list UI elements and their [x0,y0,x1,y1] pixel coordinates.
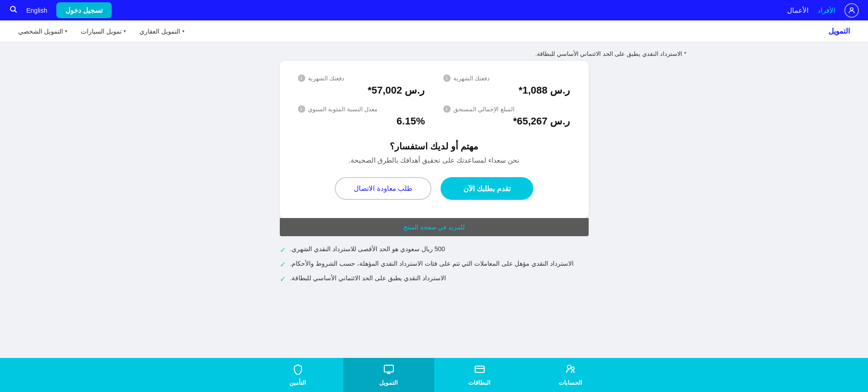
checklist-text-1: الاسترداد النقدي مؤهل على المعاملات التي… [290,260,574,267]
tab-cards[interactable]: البطاقات [434,358,525,392]
svg-point-3 [567,365,571,369]
metric-value-1: ر.س 57,002* [298,84,425,96]
subnav-personal-label: التمويل الشخصي [18,28,63,35]
metric-label-2: المبلغ الإجمالي المستحق i [443,105,570,113]
metric-monthly-payment-1: دفعتك الشهرية i ر.س 1,088* [443,74,570,96]
checklist-item-1: الاسترداد النقدي مؤهل على المعاملات التي… [280,260,589,269]
info-icon-2[interactable]: i [443,105,451,113]
tab-finance-label: التمويل [379,379,398,386]
arrow-icon: ▾ [182,29,184,34]
metric-value-0: ر.س 1,088* [443,84,570,96]
svg-point-4 [571,367,574,370]
question-title: مهتم أو لديك استفسار؟ [298,141,570,152]
metric-annual-rate: معدل النسبة المئوية السنوي i 6.15% [298,105,425,127]
check-icon-0: ✓ [280,246,286,254]
checklist: 500 ريال سعودي هو الحد الأقصى للاسترداد … [280,245,589,289]
question-section: مهتم أو لديك استفسار؟ نحن سعداء لمساعدتك… [298,141,570,164]
question-subtitle: نحن سعداء لمساعدتك على تحقيق أهدافك بالط… [298,156,570,164]
top-nav-left: تسجيل دخول English [9,2,112,18]
svg-rect-5 [475,366,484,372]
action-buttons: تقدم بطلبك الآن طلب معاودة الاتصال [298,177,570,200]
finance-icon [383,364,394,377]
checklist-item-0: 500 ريال سعودي هو الحد الأقصى للاسترداد … [280,245,589,254]
tab-accounts-label: الحسابات [559,379,582,386]
check-icon-1: ✓ [280,260,286,269]
metric-monthly-payment-2: دفعتك الشهرية i ر.س 57,002* [298,74,425,96]
arrow-icon: ▾ [124,29,126,34]
sub-nav-links: ▾ التمويل العقاري ▾ تمويل السيارات ▾ الت… [18,28,184,35]
subnav-real-estate-label: التمويل العقاري [139,28,180,35]
top-navigation: الأفراد الأعمال تسجيل دخول English [0,0,868,20]
subnav-real-estate[interactable]: ▾ التمويل العقاري [139,28,184,35]
info-icon-0[interactable]: i [443,74,451,82]
arrow-icon: ▾ [65,29,67,34]
tab-insurance-label: التأمين [289,379,306,386]
svg-point-1 [10,6,15,11]
metric-label-3: معدل النسبة المئوية السنوي i [298,105,425,113]
svg-point-0 [850,8,853,10]
bottom-tab-bar: الحسابات البطاقات التمويل التأمين [0,358,868,392]
svg-rect-7 [384,365,393,372]
sub-navigation: التمويل ▾ التمويل العقاري ▾ تمويل السيار… [0,20,868,42]
contact-button[interactable]: طلب معاودة الاتصال [335,177,431,200]
nav-business[interactable]: الأعمال [787,6,808,15]
checklist-text-0: 500 ريال سعودي هو الحد الأقصى للاسترداد … [290,245,445,253]
more-info-strip[interactable]: للمزيد في صفحة المنتج [280,218,589,236]
apply-button[interactable]: تقدم بطلبك الآن [441,177,533,200]
metric-label-0: دفعتك الشهرية i [443,74,570,82]
tab-insurance[interactable]: التأمين [253,358,343,392]
nav-individuals[interactable]: الأفراد [818,6,835,15]
metric-value-3: 6.15% [298,115,425,127]
accounts-icon [565,364,576,377]
info-icon-1[interactable]: i [298,74,305,82]
language-link[interactable]: English [26,7,47,14]
register-button[interactable]: تسجيل دخول [56,2,112,18]
main-content: * الاسترداد النقدي يطبق على الحد الائتما… [0,42,868,387]
checklist-text-2: الاسترداد النقدي يطبق على الحد الائتماني… [290,274,446,282]
search-icon[interactable] [9,5,17,15]
subnav-personal[interactable]: ▾ التمويل الشخصي [18,28,67,35]
subnav-car-label: تمويل السيارات [81,28,122,35]
checklist-item-2: الاسترداد النقدي يطبق على الحد الائتماني… [280,274,589,283]
metric-value-2: ر.س 65,267* [443,115,570,127]
results-card: دفعتك الشهرية i ر.س 1,088* دفعتك الشهرية… [280,61,589,218]
sub-nav-brand: التمويل [828,27,850,35]
subnav-car[interactable]: ▾ تمويل السيارات [81,28,126,35]
cards-icon [474,364,485,377]
profile-icon[interactable] [844,3,859,18]
top-nav-right: الأفراد الأعمال [787,3,859,18]
insurance-icon [293,364,303,377]
metric-label-1: دفعتك الشهرية i [298,74,425,82]
tab-finance[interactable]: التمويل [343,358,434,392]
info-icon-3[interactable]: i [298,105,305,113]
metrics-grid: دفعتك الشهرية i ر.س 1,088* دفعتك الشهرية… [298,74,570,127]
disclaimer-top: * الاسترداد النقدي يطبق على الحد الائتما… [0,47,868,61]
svg-line-2 [15,10,16,12]
tab-cards-label: البطاقات [468,379,491,386]
tab-accounts[interactable]: الحسابات [525,358,616,392]
check-icon-2: ✓ [280,275,286,283]
metric-total-amount: المبلغ الإجمالي المستحق i ر.س 65,267* [443,105,570,127]
